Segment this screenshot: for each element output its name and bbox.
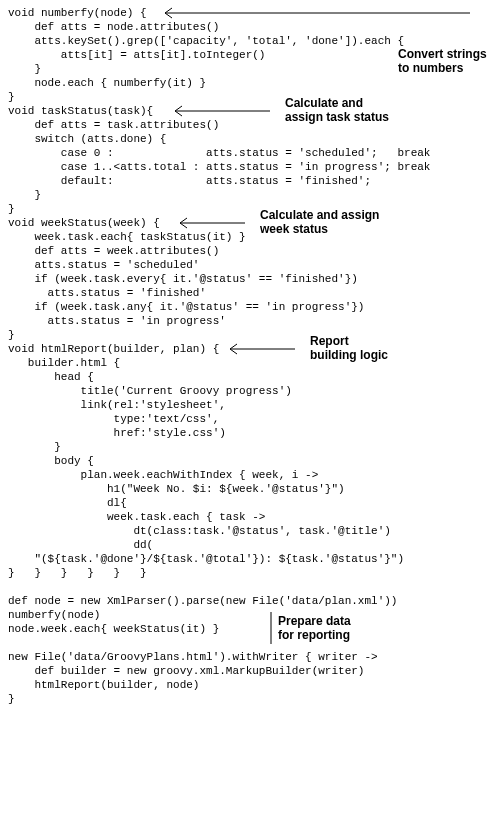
arrow-report	[225, 342, 305, 356]
arrow-week	[175, 216, 255, 230]
page: void numberfy(node) { def atts = node.at…	[0, 0, 500, 819]
label-report: Report building logic	[310, 334, 388, 362]
arrow-task	[170, 104, 280, 118]
arrow-convert	[160, 6, 480, 20]
label-convert: Convert strings to numbers	[398, 47, 487, 75]
label-prepare: Prepare data for reporting	[278, 614, 351, 642]
label-week: Calculate and assign week status	[260, 208, 379, 236]
label-task: Calculate and assign task status	[285, 96, 389, 124]
divider-prepare	[269, 612, 273, 644]
